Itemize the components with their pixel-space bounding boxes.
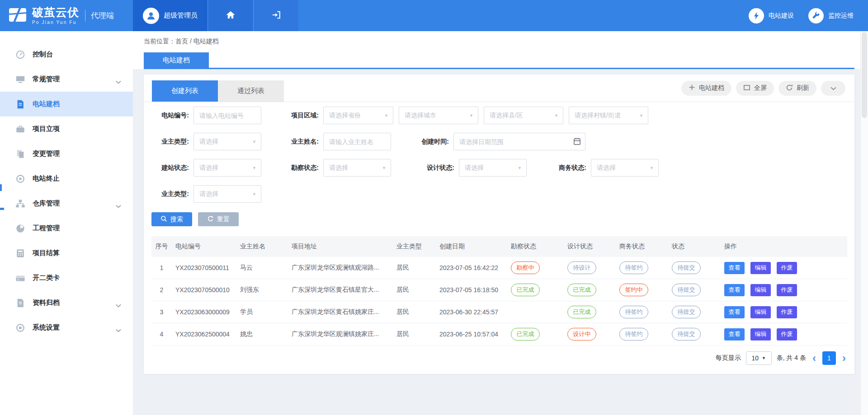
per-page-select[interactable]: 10 ▼ xyxy=(746,351,772,365)
tab-passed-list[interactable]: 通过列表 xyxy=(218,80,284,102)
breadcrumb: 当前位置：首页 / 电站建档 xyxy=(144,37,854,46)
sidebar-scroll-mark xyxy=(0,184,2,191)
scrollbar-thumb[interactable] xyxy=(862,32,867,118)
edit-button[interactable]: 编辑 xyxy=(750,328,771,340)
sidebar-item-data-archive[interactable]: 资料归档 xyxy=(0,290,133,315)
view-button[interactable]: 查看 xyxy=(724,328,745,340)
logout-button[interactable] xyxy=(253,0,298,31)
caret-down-icon: ▼ xyxy=(384,113,388,118)
per-page-label: 每页显示 xyxy=(716,354,741,362)
sidebar-item-project-settlement[interactable]: 项目结算 xyxy=(0,241,133,266)
business-status-badge: 签约中 xyxy=(619,284,648,296)
page-tab[interactable]: 电站建档 xyxy=(144,52,209,68)
nav-label: 监控运维 xyxy=(828,12,854,20)
dashboard-icon xyxy=(15,50,25,60)
void-button[interactable]: 作废 xyxy=(777,284,797,296)
sidebar-item-label: 开二类卡 xyxy=(33,274,60,282)
sidebar-item-console[interactable]: 控制台 xyxy=(0,42,133,67)
date-range-input[interactable] xyxy=(453,133,585,150)
survey-status-select[interactable]: 请选择▼ xyxy=(323,159,391,177)
user-name: 超级管理员 xyxy=(164,11,198,20)
void-button[interactable]: 作废 xyxy=(777,328,797,340)
sidebar-item-project-initiation[interactable]: 项目立项 xyxy=(0,117,133,141)
sidebar-item-label: 变更管理 xyxy=(33,149,60,158)
copy-icon xyxy=(15,149,25,159)
archive-doc-icon xyxy=(15,298,25,308)
list-tabs: 创建列表 通过列表 xyxy=(152,80,284,102)
sidebar-item-engineering-management[interactable]: 工程管理 xyxy=(0,216,133,241)
table-row: 2YX2023070500010刘强东广东深圳龙华区黄石镇星官大...居民202… xyxy=(151,279,847,301)
status-status-badge: 待提交 xyxy=(672,261,701,274)
search-button[interactable]: 搜索 xyxy=(151,212,192,226)
owner-type2-select[interactable]: 请选择▼ xyxy=(193,185,261,203)
page-button[interactable]: 1 xyxy=(822,351,836,365)
reset-button[interactable]: 重置 xyxy=(198,212,239,226)
table-row: 3YX2023063000009学员广东深圳龙华区黄石镇姚家庄...居民2023… xyxy=(151,301,847,323)
calculator-icon xyxy=(15,248,25,258)
sidebar-item-station-archive[interactable]: 电站建档 xyxy=(0,92,133,117)
nav-monitor-ops[interactable]: 监控运维 xyxy=(808,0,854,31)
province-select[interactable]: 请选择省份▼ xyxy=(323,107,393,124)
business-status-select[interactable]: 请选择▼ xyxy=(591,159,659,177)
sidebar-item-station-termination[interactable]: 电站终止 xyxy=(0,166,133,191)
refresh-button[interactable]: 刷新 xyxy=(778,81,816,96)
prev-page-button[interactable]: ‹ xyxy=(811,353,817,364)
business-status-badge: 待签约 xyxy=(619,261,648,274)
town-select[interactable]: 请选择村镇/街道▼ xyxy=(569,107,648,124)
tab-create-list[interactable]: 创建列表 xyxy=(152,80,218,102)
district-select[interactable]: 请选择县/区▼ xyxy=(484,107,563,124)
chevron-down-icon xyxy=(830,84,836,92)
station-no-input[interactable] xyxy=(193,107,261,124)
caret-down-icon: ▼ xyxy=(252,140,256,144)
view-button[interactable]: 查看 xyxy=(724,306,745,318)
user-menu[interactable]: 超级管理员 xyxy=(133,0,208,31)
chevron-down-icon xyxy=(116,202,121,210)
void-button[interactable]: 作废 xyxy=(777,262,797,274)
fullscreen-button[interactable]: 全屏 xyxy=(736,81,774,96)
view-button[interactable]: 查看 xyxy=(724,284,745,296)
caret-down-icon: ▼ xyxy=(762,356,766,360)
field-label: 商务状态: xyxy=(549,164,591,172)
sidebar-item-system-settings[interactable]: 系统设置 xyxy=(0,315,133,340)
total-count-label: 条, 共 4 条 xyxy=(777,354,806,362)
home-button[interactable] xyxy=(208,0,253,31)
field-label: 创建时间: xyxy=(412,138,453,146)
sidebar-item-label: 项目结算 xyxy=(33,249,60,257)
pagination: 每页显示 10 ▼ 条, 共 4 条 ‹ 1 › xyxy=(144,351,847,365)
monitor-icon xyxy=(15,75,25,84)
content-card: 创建列表 通过列表 电站建档 全屏 刷新 xyxy=(144,75,854,374)
collapse-filters-button[interactable] xyxy=(821,81,845,96)
nav-plant-construction[interactable]: 电站建设 xyxy=(749,0,794,31)
city-select[interactable]: 请选择城市▼ xyxy=(399,107,478,124)
field-label: 业主姓名: xyxy=(282,138,323,146)
caret-down-icon: ▼ xyxy=(469,113,473,118)
field-label: 勘察状态: xyxy=(282,164,323,172)
circle-dot-icon xyxy=(15,174,25,184)
sidebar-item-general-management[interactable]: 常规管理 xyxy=(0,67,133,92)
view-button[interactable]: 查看 xyxy=(724,262,745,274)
edit-button[interactable]: 编辑 xyxy=(750,262,771,274)
business-status-badge: 待签约 xyxy=(619,306,648,318)
page-scrollbar[interactable] xyxy=(860,31,868,415)
sidebar-item-type2-card[interactable]: 开二类卡 xyxy=(0,266,133,290)
sitemap-icon xyxy=(15,199,25,209)
sidebar-item-change-management[interactable]: 变更管理 xyxy=(0,141,133,166)
sidebar-item-label: 电站终止 xyxy=(33,174,60,183)
chevron-down-icon xyxy=(116,326,121,334)
owner-type-select[interactable]: 请选择▼ xyxy=(193,133,261,150)
brand: 破茧云伏 Po Jian Yun Fu 代理端 xyxy=(0,0,133,31)
sidebar-item-label: 电站建档 xyxy=(33,100,60,108)
sidebar-item-label: 仓库管理 xyxy=(33,199,60,208)
owner-name-input[interactable] xyxy=(323,133,391,150)
design-status-badge: 已完成 xyxy=(567,284,596,296)
build-status-select[interactable]: 请选择▼ xyxy=(193,159,261,177)
sidebar-item-warehouse-management[interactable]: 仓库管理 xyxy=(0,191,133,216)
survey-status-badge: 已完成 xyxy=(511,328,540,340)
next-page-button[interactable]: › xyxy=(841,353,847,364)
edit-button[interactable]: 编辑 xyxy=(750,284,771,296)
sidebar-item-label: 工程管理 xyxy=(33,224,60,233)
void-button[interactable]: 作废 xyxy=(777,306,797,318)
edit-button[interactable]: 编辑 xyxy=(750,306,771,318)
create-station-button[interactable]: 电站建档 xyxy=(681,81,731,96)
design-status-select[interactable]: 请选择▼ xyxy=(459,159,527,177)
